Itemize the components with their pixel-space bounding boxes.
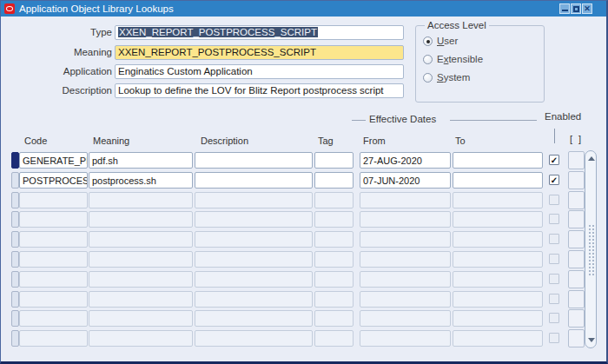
- record-selector[interactable]: [11, 152, 19, 169]
- flexfield-button[interactable]: [568, 191, 585, 209]
- type-field[interactable]: XXEN_REPORT_POSTPROCESS_SCRIPT: [115, 25, 404, 40]
- enabled-checkbox[interactable]: [549, 214, 559, 224]
- maximize-button[interactable]: [571, 3, 581, 14]
- cell-from[interactable]: [360, 330, 451, 347]
- flexfield-button[interactable]: [568, 329, 585, 347]
- cell-from[interactable]: [360, 291, 451, 308]
- cell-description[interactable]: [195, 251, 313, 268]
- enabled-checkbox[interactable]: ✓: [549, 175, 559, 185]
- title-bar[interactable]: Application Object Library Lookups ✕: [1, 1, 606, 17]
- cell-from[interactable]: 07-JUN-2020: [360, 172, 451, 189]
- enabled-checkbox[interactable]: [549, 313, 559, 323]
- cell-meaning[interactable]: [89, 310, 193, 327]
- enabled-checkbox[interactable]: [549, 195, 559, 205]
- cell-tag[interactable]: [314, 251, 354, 268]
- record-selector[interactable]: [11, 251, 19, 268]
- cell-tag[interactable]: [314, 291, 354, 308]
- cell-meaning[interactable]: [89, 271, 193, 288]
- cell-to[interactable]: [453, 172, 543, 189]
- scroll-up-icon[interactable]: [588, 156, 595, 161]
- cell-to[interactable]: [453, 330, 543, 347]
- cell-meaning[interactable]: postprocess.sh: [89, 172, 193, 189]
- cell-tag[interactable]: [314, 310, 354, 327]
- cell-tag[interactable]: [314, 271, 354, 288]
- cell-code[interactable]: [19, 251, 88, 268]
- enabled-checkbox[interactable]: ✓: [549, 155, 559, 165]
- cell-meaning[interactable]: pdf.sh: [89, 152, 193, 169]
- enabled-checkbox[interactable]: [549, 333, 559, 343]
- close-button[interactable]: ✕: [582, 3, 592, 14]
- cell-to[interactable]: [453, 291, 543, 308]
- cell-tag[interactable]: [314, 330, 354, 347]
- cell-description[interactable]: [195, 330, 313, 347]
- flexfield-button[interactable]: [568, 250, 585, 268]
- flexfield-button[interactable]: [568, 290, 585, 308]
- cell-to[interactable]: [453, 271, 543, 288]
- cell-tag[interactable]: [314, 152, 354, 169]
- record-selector[interactable]: [11, 291, 19, 308]
- access-level-option-system[interactable]: System: [423, 72, 537, 83]
- description-field[interactable]: Lookup to define the LOV for Blitz Repor…: [115, 83, 404, 98]
- cell-description[interactable]: [195, 192, 313, 208]
- scroll-down-icon[interactable]: [588, 338, 595, 342]
- flexfield-button[interactable]: [568, 151, 585, 169]
- cell-code[interactable]: GENERATE_PDF: [19, 152, 88, 169]
- cell-code[interactable]: POSTPROCESS: [19, 172, 88, 189]
- cell-code[interactable]: [19, 271, 88, 288]
- cell-meaning[interactable]: [89, 291, 193, 308]
- application-field[interactable]: Enginatics Custom Application: [115, 64, 404, 79]
- enabled-checkbox[interactable]: [549, 274, 559, 284]
- cell-from[interactable]: [360, 211, 451, 228]
- cell-code[interactable]: [19, 231, 88, 248]
- record-selector[interactable]: [11, 271, 19, 288]
- cell-code[interactable]: [19, 310, 88, 327]
- cell-description[interactable]: [195, 211, 313, 228]
- cell-meaning[interactable]: [89, 211, 193, 228]
- cell-tag[interactable]: [314, 172, 354, 189]
- enabled-checkbox[interactable]: [549, 234, 559, 244]
- cell-code[interactable]: [19, 211, 88, 228]
- cell-from[interactable]: 27-AUG-2020: [360, 152, 451, 169]
- radio-icon[interactable]: [423, 55, 433, 64]
- cell-tag[interactable]: [314, 231, 354, 248]
- cell-from[interactable]: [360, 192, 451, 208]
- flexfield-button[interactable]: [568, 230, 585, 248]
- record-selector[interactable]: [11, 310, 19, 327]
- cell-meaning[interactable]: [89, 251, 193, 268]
- cell-from[interactable]: [360, 310, 451, 327]
- flexfield-button[interactable]: [568, 171, 585, 189]
- record-selector[interactable]: [11, 330, 19, 347]
- cell-description[interactable]: [195, 291, 313, 308]
- cell-description[interactable]: [195, 231, 313, 248]
- record-selector[interactable]: [11, 192, 19, 208]
- cell-meaning[interactable]: [89, 330, 193, 347]
- cell-meaning[interactable]: [89, 231, 193, 248]
- cell-meaning[interactable]: [89, 192, 193, 208]
- flexfield-button[interactable]: [568, 210, 585, 228]
- record-selector[interactable]: [11, 231, 19, 248]
- meaning-field[interactable]: XXEN_REPORT_POSTPROCESS_SCRIPT: [115, 45, 404, 60]
- cell-description[interactable]: [195, 310, 313, 327]
- enabled-checkbox[interactable]: [549, 254, 559, 264]
- radio-icon[interactable]: [423, 73, 433, 83]
- cell-to[interactable]: [453, 152, 543, 169]
- record-selector[interactable]: [11, 172, 19, 189]
- cell-description[interactable]: [195, 172, 313, 189]
- minimize-button[interactable]: [559, 3, 570, 14]
- cell-to[interactable]: [453, 231, 543, 248]
- cell-to[interactable]: [453, 251, 543, 268]
- cell-from[interactable]: [360, 231, 451, 248]
- cell-from[interactable]: [360, 251, 451, 268]
- cell-to[interactable]: [453, 192, 543, 208]
- access-level-option-extensible[interactable]: Extensible: [423, 54, 537, 64]
- cell-code[interactable]: [19, 192, 88, 208]
- flexfield-button[interactable]: [568, 270, 585, 288]
- cell-to[interactable]: [453, 310, 543, 327]
- scrollbar-thumb-grip[interactable]: [588, 224, 594, 276]
- record-selector[interactable]: [11, 211, 19, 228]
- flexfield-button[interactable]: [568, 309, 585, 328]
- enabled-checkbox[interactable]: [549, 294, 559, 304]
- cell-code[interactable]: [19, 330, 88, 347]
- cell-to[interactable]: [453, 211, 543, 228]
- access-level-option-user[interactable]: User: [423, 36, 537, 46]
